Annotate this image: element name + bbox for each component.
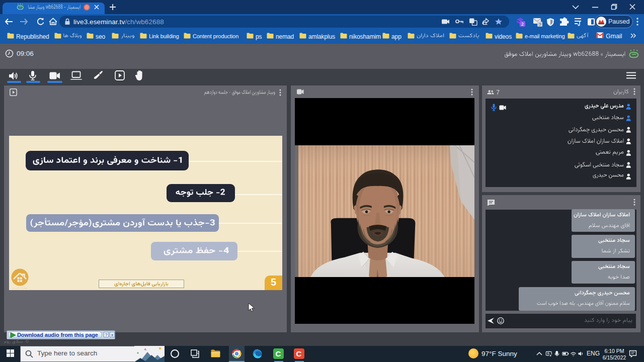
svg-text:2: 2	[521, 22, 524, 27]
svg-text:?: ?	[539, 22, 541, 27]
